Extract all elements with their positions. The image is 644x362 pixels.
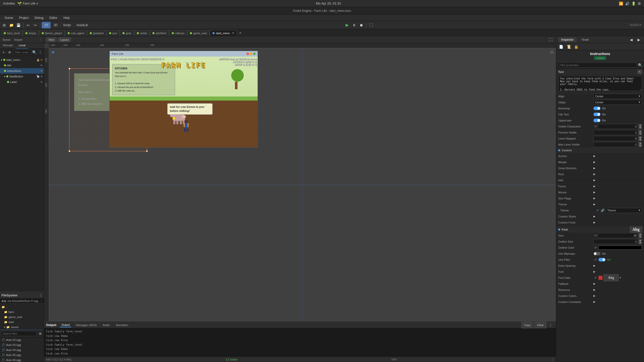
tree-node-start-menu[interactable]: ▾ start_menu 🔒 👁 [0,57,44,63]
mode-script[interactable]: Script [61,22,73,28]
spin-down[interactable]: ▼ [638,139,642,141]
spin-down[interactable]: ▼ [638,132,642,135]
menu-help[interactable]: Help [61,16,72,20]
add-node-btn[interactable]: + [1,50,6,55]
expand-theme-icon[interactable]: ▶ [593,203,595,206]
expand-rect-icon[interactable]: ▶ [593,173,595,175]
expand-text-btn[interactable]: ⇱ [637,70,642,74]
inspector-next-btn[interactable]: ▶ [635,36,642,43]
expand-mouse-icon[interactable]: ▶ [593,191,595,194]
pause-btn[interactable]: ⏸ [351,22,357,28]
scene-filter-input[interactable] [13,50,31,55]
tab-gras[interactable]: gras [120,30,134,36]
reset-filter-icon[interactable]: ↺ [593,258,597,262]
nav-back-icon[interactable]: ◀ [1,299,3,303]
outline-color-swatch[interactable] [598,246,642,250]
output-tab-animation[interactable]: Animation [114,323,130,327]
fs-item-dotdot[interactable]: 📁 .. [0,304,44,309]
copy-output-btn[interactable]: Copy [521,322,533,328]
scene-tab-import[interactable]: Import [13,38,23,42]
expand-fallback-icon[interactable]: ▶ [593,282,595,285]
reset-font-size-icon[interactable]: ↺ [593,234,597,238]
menu-debug[interactable]: Debug [32,16,46,20]
align-dropdown[interactable]: Center ▾ [593,94,642,99]
control-section-header[interactable]: Control [556,148,644,153]
mode-assetlib[interactable]: AssetLib [74,22,90,28]
output-tab-debugger[interactable]: Debugger (3016) [74,323,98,327]
fs-file-item[interactable]: 🎵Auto #6.ogg [0,357,44,362]
expand-font-sub-icon[interactable]: ▶ [593,270,595,273]
valign-dropdown[interactable]: Center ▾ [593,100,642,105]
fullscreen-btn[interactable]: ⛶ [368,22,374,28]
nav-forward-icon[interactable]: ▶ [4,299,7,303]
expand-extra-spacing-icon[interactable]: ▶ [593,264,595,267]
theme-link-icon[interactable]: 🔗 [600,208,605,212]
mipmaps-toggle[interactable]: On [593,252,606,255]
spin-up[interactable]: ▲ [638,233,642,236]
viewport-options-icon[interactable] [550,50,554,55]
spin-down[interactable]: ▼ [638,236,642,238]
pct-vis-input[interactable] [593,130,638,135]
tree-node-title[interactable]: title 👁 [0,63,44,68]
settings-icon[interactable]: ⚙ [638,2,641,6]
instance-node-btn[interactable]: ⊕ [7,50,12,55]
viewport-canvas[interactable]: -300 -200 -100 100 300 500 [44,43,556,321]
expand-custom-styles-icon[interactable]: ▶ [593,215,595,218]
tab-close-icon[interactable]: ✕ [232,31,234,35]
fs-file-item[interactable]: 🎵Auto #4.ogg [0,347,44,352]
expand-focus-icon[interactable]: ▶ [593,185,595,188]
tab-farmer-player[interactable]: farmer_player [39,30,65,36]
scene-search-btn[interactable]: 🔍 [32,50,37,55]
inspector-tab-node[interactable]: Node [579,37,592,42]
reset-theme-icon[interactable]: ↺ [595,208,599,212]
insp-file-icon[interactable]: 📄 [558,43,564,50]
handle-bl[interactable] [69,150,70,152]
window-controls[interactable] [247,53,256,55]
expand-font-data-icon[interactable]: ▾ [620,276,621,279]
fs-item-start[interactable]: 📁 start [0,320,44,325]
spin-down[interactable]: ▼ [638,145,642,147]
eye-icon[interactable]: 👁 [40,59,43,61]
activities-label[interactable]: Activities [3,2,15,5]
eye-icon[interactable]: 👁 [40,70,43,72]
text-textarea[interactable]: You inherited the farm with 2 Cows Erna … [558,76,642,91]
tab-add-button[interactable]: + [237,30,243,36]
reset-vis-chars-icon[interactable]: ↺ [593,124,597,128]
fs-item-game-over[interactable]: 📁 game_over [0,314,44,320]
viewport-layout-btn[interactable]: Layout [58,37,71,42]
mode-3d[interactable]: 3D [51,22,60,28]
mode-2d[interactable]: 2D [42,22,51,28]
spin-up[interactable]: ▲ [638,130,642,132]
eye-icon[interactable]: 👁 [40,75,43,78]
tab-sickle[interactable]: sickle [134,30,150,36]
fs-options-icon[interactable]: ⋮ [40,299,43,303]
menu-scene[interactable]: Scene [2,16,16,20]
menu-editor[interactable]: Editor [47,16,60,20]
expand-size-flags-icon[interactable]: ▶ [593,197,595,200]
tree-node-label[interactable]: Label 👁 [0,79,44,85]
maximize-viewport-btn[interactable]: ⛶ [547,36,554,43]
clear-output-btn[interactable]: Clear [534,322,546,328]
vis-chars-input[interactable] [598,124,638,129]
fs-item-sound[interactable]: ▾ 📁 sound [0,325,44,330]
menu-project[interactable]: Project [17,16,31,20]
play-btn[interactable]: ▶ [344,22,350,28]
reset-font-data-icon[interactable]: ↺ [593,276,597,280]
tree-node-instructions[interactable]: instructions 👁 [0,68,44,74]
tab-grasland[interactable]: grasland [87,30,106,36]
spin-up[interactable]: ▲ [638,136,642,139]
font-section-header[interactable]: Font Abg [556,227,644,233]
reset-color-icon[interactable]: ↺ [593,246,597,250]
clip-toggle[interactable]: On [593,113,606,116]
scene-options-btn[interactable]: ⋮ [38,50,43,55]
spin-down[interactable]: ▼ [638,126,642,129]
expand-custom-fonts-icon[interactable]: ▶ [593,221,595,224]
toolbar-open[interactable]: 📁 [8,22,15,28]
tab-cow-agent[interactable]: cow_agent [65,30,87,36]
outline-size-input[interactable] [593,239,638,244]
tab-start-menu[interactable]: start_menu ✕ [210,30,237,36]
tab-game-over[interactable]: game_over [187,30,210,36]
expand-custom-colors-icon[interactable]: ▶ [593,294,595,297]
uppercase-toggle[interactable]: On [593,119,606,122]
toolbar-undo[interactable]: ↩ [25,22,31,28]
